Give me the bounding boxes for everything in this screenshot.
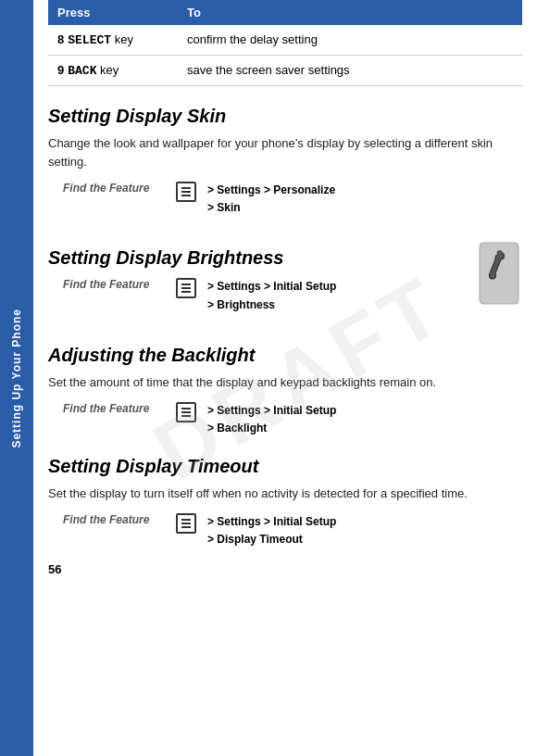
feature-path-line2-skin: > Skin	[207, 201, 241, 214]
section-title-skin: Setting Display Skin	[48, 105, 522, 127]
key-suffix-8: key	[111, 32, 133, 46]
feature-path-line1-skin: > Settings > Personalize	[207, 183, 335, 196]
find-feature-backlight: Find the Feature > Settings > Initial Se…	[63, 402, 522, 437]
section-body-backlight: Set the amount of time that the display …	[48, 373, 522, 392]
page-number: 56	[48, 562, 522, 576]
wrench-icon-area	[478, 241, 522, 309]
table-row: 9BACK key save the screen saver settings	[48, 56, 522, 86]
menu-icon-lines-skin	[181, 187, 191, 196]
menu-icon-lines-timeout	[181, 519, 191, 528]
table-row: 8SELECT key confirm the delay setting	[48, 25, 522, 56]
table-cell-action-8: confirm the delay setting	[178, 25, 522, 56]
find-feature-timeout: Find the Feature > Settings > Initial Se…	[63, 513, 522, 548]
section-brightness-content: Setting Display Brightness Find the Feat…	[48, 230, 481, 326]
section-timeout: Setting Display Timeout Set the display …	[48, 455, 522, 549]
menu-icon-skin	[176, 182, 196, 202]
section-body-skin: Change the look and wallpaper for your p…	[48, 134, 522, 170]
menu-line	[181, 411, 191, 413]
col-header-press: Press	[48, 0, 178, 25]
menu-icon-timeout	[176, 513, 196, 534]
step-number-8: 8	[57, 32, 64, 46]
feature-path-line1-brightness: > Settings > Initial Setup	[207, 280, 336, 293]
feature-path-brightness: > Settings > Initial Setup > Brightness	[207, 278, 336, 313]
wrench-icon	[478, 241, 520, 306]
feature-path-skin: > Settings > Personalize > Skin	[207, 182, 335, 217]
section-title-timeout: Setting Display Timeout	[48, 455, 522, 477]
menu-line	[181, 195, 191, 196]
section-backlight: Adjusting the Backlight Set the amount o…	[48, 344, 522, 438]
step-number-9: 9	[57, 63, 64, 77]
menu-line	[181, 187, 191, 189]
feature-path-timeout: > Settings > Initial Setup > Display Tim…	[207, 513, 336, 548]
section-body-timeout: Set the display to turn itself off when …	[48, 485, 522, 503]
section-title-brightness: Setting Display Brightness	[48, 246, 481, 269]
key-select: SELECT	[68, 33, 111, 47]
find-feature-brightness: Find the Feature > Settings > Initial Se…	[63, 278, 481, 313]
menu-line	[181, 284, 191, 285]
menu-icon-backlight	[176, 402, 196, 422]
feature-path-line2-backlight: > Backlight	[207, 422, 267, 435]
feature-path-line2-timeout: > Display Timeout	[207, 533, 303, 546]
menu-line	[181, 191, 191, 193]
menu-icon-lines-backlight	[181, 408, 191, 417]
feature-path-line1-backlight: > Settings > Initial Setup	[207, 404, 336, 417]
menu-line	[181, 408, 191, 410]
menu-line	[181, 415, 191, 417]
menu-line	[181, 523, 191, 524]
table-cell-action-9: save the screen saver settings	[178, 56, 522, 86]
steps-table: Press To 8SELECT key confirm the delay s…	[48, 0, 522, 86]
find-feature-skin: Find the Feature > Settings > Personaliz…	[63, 182, 522, 217]
key-back: BACK	[68, 64, 96, 78]
col-header-to: To	[178, 0, 522, 25]
menu-line	[181, 526, 191, 528]
section-title-backlight: Adjusting the Backlight	[48, 344, 522, 366]
menu-line	[181, 291, 191, 293]
table-cell-press-8: 8SELECT key	[48, 25, 178, 56]
find-feature-label-skin: Find the Feature	[63, 182, 165, 195]
menu-icon-lines-brightness	[181, 284, 191, 293]
find-feature-label-backlight: Find the Feature	[63, 402, 165, 415]
feature-path-backlight: > Settings > Initial Setup > Backlight	[207, 402, 336, 437]
menu-line	[181, 519, 191, 521]
main-content: Press To 8SELECT key confirm the delay s…	[33, 0, 537, 595]
menu-icon-brightness	[176, 278, 196, 298]
find-feature-label-brightness: Find the Feature	[63, 278, 165, 291]
menu-line	[181, 287, 191, 289]
key-suffix-9: key	[96, 63, 119, 77]
feature-path-line1-timeout: > Settings > Initial Setup	[207, 515, 336, 528]
find-feature-label-timeout: Find the Feature	[63, 513, 165, 526]
sidebar-label: Setting Up Your Phone	[10, 309, 23, 448]
feature-path-line2-brightness: > Brightness	[207, 298, 275, 311]
section-skin: Setting Display Skin Change the look and…	[48, 105, 522, 217]
table-cell-press-9: 9BACK key	[48, 56, 178, 86]
section-brightness: Setting Display Brightness Find the Feat…	[48, 230, 522, 326]
sidebar: Setting Up Your Phone	[0, 0, 33, 756]
